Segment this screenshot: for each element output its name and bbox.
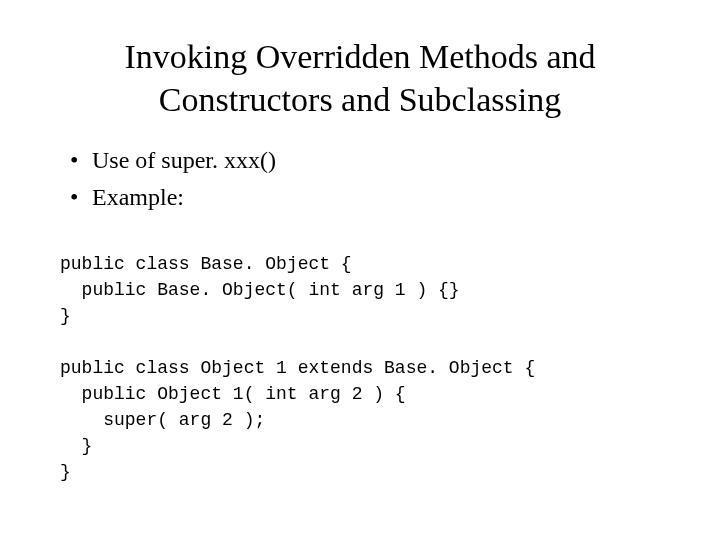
bullet-item: Use of super. xxx() — [88, 143, 660, 178]
code-line: public Object 1( int arg 2 ) { — [60, 384, 406, 404]
code-line: public Base. Object( int arg 1 ) {} — [60, 280, 460, 300]
bullet-list: Use of super. xxx() Example: — [60, 143, 660, 215]
code-line: super( arg 2 ); — [60, 410, 265, 430]
title-line-1: Invoking Overridden Methods and — [124, 38, 595, 75]
code-line: public class Object 1 extends Base. Obje… — [60, 358, 535, 378]
code-block: public class Base. Object { public Base.… — [60, 225, 660, 512]
code-line: public class Base. Object { — [60, 254, 352, 274]
slide-title: Invoking Overridden Methods and Construc… — [60, 36, 660, 121]
code-line: } — [60, 306, 71, 326]
slide: Invoking Overridden Methods and Construc… — [0, 0, 720, 540]
code-line: } — [60, 462, 71, 482]
title-line-2: Constructors and Subclassing — [159, 81, 561, 118]
bullet-item: Example: — [88, 180, 660, 215]
code-line: } — [60, 436, 92, 456]
